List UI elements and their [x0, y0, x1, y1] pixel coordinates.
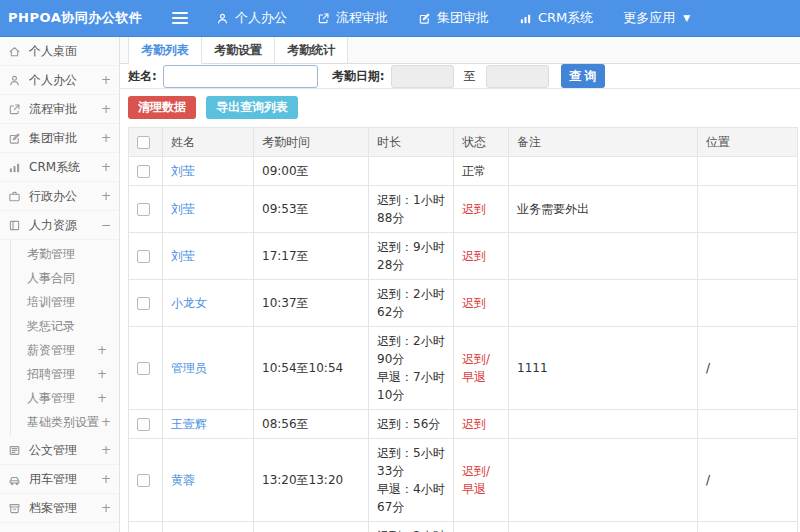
employee-name-link[interactable]: 刘莹 [171, 202, 195, 216]
sidebar-item-group-approval[interactable]: 集团审批 + [0, 124, 119, 153]
nav-item-crm-system[interactable]: CRM系统 [519, 9, 593, 27]
sidebar-item-personal-desktop[interactable]: 个人桌面 [0, 37, 119, 66]
status-text: 迟到 [462, 202, 486, 216]
row-checkbox[interactable] [137, 474, 150, 487]
expand-icon[interactable]: + [99, 415, 113, 429]
attendance-date-label: 考勤日期: [332, 68, 385, 85]
status-text: 迟到/早退 [462, 464, 490, 496]
expand-icon[interactable]: + [95, 367, 109, 381]
employee-name-link[interactable]: 刘莹 [171, 164, 195, 178]
row-checkbox[interactable] [137, 297, 150, 310]
expand-icon[interactable]: + [99, 189, 113, 203]
nav-item-personal-office[interactable]: 个人办公 [216, 9, 287, 27]
nav-item-more-apps[interactable]: 更多应用 ▼ [623, 9, 690, 27]
action-buttons: 清理数据 导出查询列表 [120, 89, 800, 127]
attendance-time-cell: 10:02至 [254, 522, 369, 532]
clean-data-button[interactable]: 清理数据 [128, 96, 196, 119]
expand-icon[interactable]: + [99, 73, 113, 87]
expand-icon[interactable]: + [99, 102, 113, 116]
row-checkbox[interactable] [137, 165, 150, 178]
expand-icon[interactable]: + [95, 343, 109, 357]
duration-cell: 迟到：5小时33分早退：4小时67分 [369, 439, 454, 522]
sidebar-subitem-personnel-management[interactable]: 人事管理 + [11, 386, 119, 410]
sidebar-item-personal-office[interactable]: 个人办公 + [0, 66, 119, 95]
sidebar-subitem-salary-management[interactable]: 薪资管理 + [11, 338, 119, 362]
duration-cell: 迟到：2小时03分 [369, 522, 454, 532]
to-label: 至 [464, 68, 476, 85]
sidebar-item-vehicle-management[interactable]: 用车管理 + [0, 465, 119, 494]
sidebar-subitem-base-category-settings[interactable]: 基础类别设置 + [11, 410, 119, 434]
sidebar-item-document-management[interactable]: 公文管理 + [0, 436, 119, 465]
employee-name-link[interactable]: 管理员 [171, 361, 207, 375]
sidebar-item-human-resources[interactable]: 人力资源 − [0, 211, 119, 240]
search-bar: 姓名: 考勤日期: 至 查 询 [120, 64, 800, 89]
nav-item-workflow-approval[interactable]: 流程审批 [317, 9, 388, 27]
remark-cell [509, 410, 698, 439]
table-row: 王壹辉 10:02至 迟到：2小时03分 迟到 [129, 522, 798, 532]
sidebar-item-label: 个人桌面 [29, 43, 77, 60]
attendance-time-cell: 17:17至 [254, 233, 369, 280]
sidebar-subitem-training-management[interactable]: 培训管理 [11, 290, 119, 314]
row-checkbox[interactable] [137, 418, 150, 431]
row-checkbox[interactable] [137, 203, 150, 216]
sidebar-subitem-reward-punishment[interactable]: 奖惩记录 [11, 314, 119, 338]
employee-name-link[interactable]: 刘莹 [171, 249, 195, 263]
nav-item-label: 集团审批 [437, 9, 489, 27]
expand-icon[interactable]: + [95, 391, 109, 405]
column-header: 考勤时间 [254, 128, 369, 157]
sidebar-subitem-recruitment-management[interactable]: 招聘管理 + [11, 362, 119, 386]
tab-attendance-settings[interactable]: 考勤设置 [202, 37, 275, 63]
tab-attendance-stats[interactable]: 考勤统计 [275, 37, 348, 63]
query-button[interactable]: 查 询 [561, 64, 605, 88]
duration-cell [369, 157, 454, 186]
employee-name-link[interactable]: 黄蓉 [171, 473, 195, 487]
sidebar-item-label: 项目管理 [29, 529, 77, 532]
date-to-input[interactable] [486, 65, 549, 88]
name-input[interactable] [163, 65, 318, 88]
collapse-icon[interactable]: − [99, 218, 113, 232]
expand-icon[interactable]: + [99, 131, 113, 145]
table-row: 小龙女 10:37至 迟到：2小时62分 迟到 [129, 280, 798, 327]
employee-name-link[interactable]: 小龙女 [171, 296, 207, 310]
sidebar-item-label: 集团审批 [29, 130, 77, 147]
sidebar-item-workflow-approval[interactable]: 流程审批 + [0, 95, 119, 124]
table-body: 刘莹 09:00至 正常 刘莹 09:53至 迟到：1小时88分 迟到 业务需要… [129, 157, 798, 532]
remark-cell [509, 522, 698, 532]
attendance-time-cell: 09:00至 [254, 157, 369, 186]
book-icon [8, 219, 23, 232]
row-checkbox[interactable] [137, 362, 150, 375]
name-label: 姓名: [128, 68, 157, 85]
duration-cell: 迟到：56分 [369, 410, 454, 439]
duration-cell: 迟到：2小时90分早退：7小时10分 [369, 327, 454, 410]
column-header: 备注 [509, 128, 698, 157]
employee-name-link[interactable]: 王壹辉 [171, 417, 207, 431]
sidebar-subitem-attendance-management[interactable]: 考勤管理 [11, 242, 119, 266]
select-all-checkbox[interactable] [137, 136, 150, 149]
tab-attendance-list[interactable]: 考勤列表 [128, 37, 202, 64]
home-icon [8, 45, 23, 58]
status-text: 迟到 [462, 249, 486, 263]
row-checkbox[interactable] [137, 250, 150, 263]
nav-item-group-approval[interactable]: 集团审批 [418, 9, 489, 27]
expand-icon[interactable]: + [99, 501, 113, 515]
sidebar-subitem-label: 培训管理 [27, 294, 75, 311]
sidebar-item-label: 用车管理 [29, 471, 77, 488]
status-text: 迟到 [462, 417, 486, 431]
sidebar-item-crm-system[interactable]: CRM系统 + [0, 153, 119, 182]
table-row: 王壹辉 08:56至 迟到：56分 迟到 [129, 410, 798, 439]
date-from-input[interactable] [391, 65, 454, 88]
menu-toggle-icon[interactable] [172, 12, 188, 24]
sidebar-item-label: 个人办公 [29, 72, 77, 89]
export-list-button[interactable]: 导出查询列表 [206, 96, 298, 119]
sidebar-subitem-personnel-contract[interactable]: 人事合同 [11, 266, 119, 290]
attendance-time-cell: 13:20至13:20 [254, 439, 369, 522]
sidebar-item-project-management[interactable]: 项目管理 + [0, 523, 119, 532]
expand-icon[interactable]: + [99, 443, 113, 457]
attendance-time-cell: 10:54至10:54 [254, 327, 369, 410]
expand-icon[interactable]: + [99, 472, 113, 486]
expand-icon[interactable]: + [99, 160, 113, 174]
sidebar-item-admin-office[interactable]: 行政办公 + [0, 182, 119, 211]
sidebar-item-archive-management[interactable]: 档案管理 + [0, 494, 119, 523]
location-cell [698, 280, 798, 327]
nav-item-label: 流程审批 [336, 9, 388, 27]
